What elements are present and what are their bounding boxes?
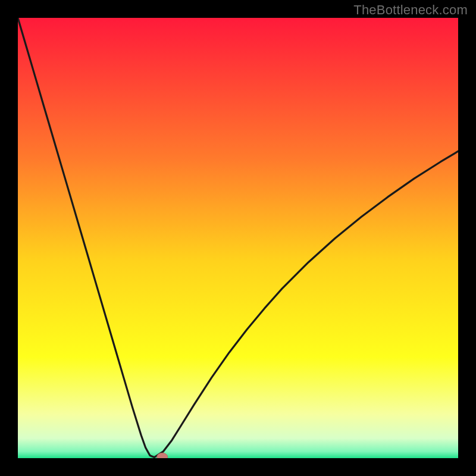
- watermark-label: TheBottleneck.com: [353, 2, 468, 18]
- chart-container: TheBottleneck.com: [0, 0, 476, 476]
- optimum-marker: [157, 453, 168, 458]
- bottleneck-curve-chart: [18, 18, 458, 458]
- plot-area: [18, 18, 458, 458]
- gradient-background: [18, 18, 458, 458]
